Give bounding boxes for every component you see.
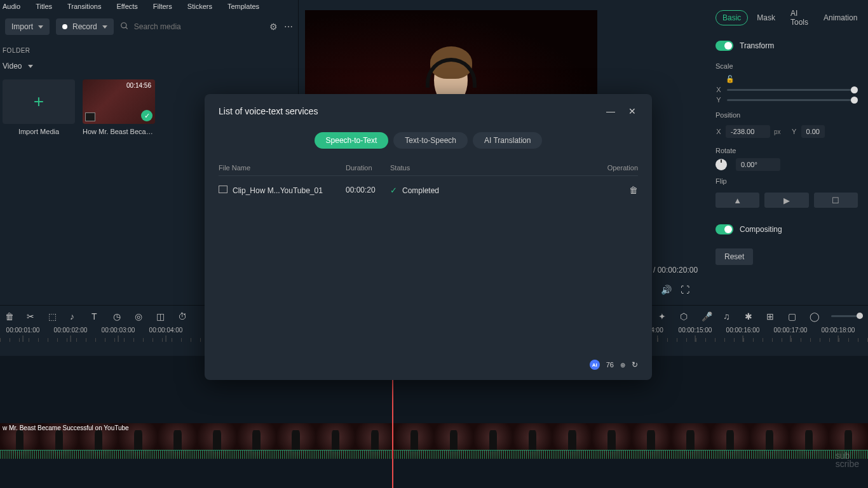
color-icon[interactable]: ◫ bbox=[156, 311, 166, 322]
rotate-input[interactable]: 0.00° bbox=[736, 158, 780, 171]
tab-ai-translation[interactable]: AI Translation bbox=[473, 132, 542, 149]
flip-label: Flip bbox=[705, 171, 868, 189]
tab-titles[interactable]: Titles bbox=[36, 3, 52, 10]
adjust-icon[interactable]: ✦ bbox=[658, 311, 668, 322]
tab-mask[interactable]: Mask bbox=[750, 11, 782, 25]
zoom-out-icon[interactable]: ◯ bbox=[810, 311, 820, 322]
compositing-label: Compositing bbox=[740, 225, 782, 234]
frame-icon[interactable]: ▢ bbox=[788, 311, 798, 322]
rotate-knob[interactable] bbox=[715, 159, 727, 170]
table-header: File Name Duration Status Operation bbox=[219, 160, 638, 176]
timer-icon[interactable]: ⏱ bbox=[178, 311, 188, 322]
minimize-button[interactable]: — bbox=[605, 105, 616, 117]
file-icon bbox=[219, 186, 227, 193]
delete-button[interactable]: 🗑 bbox=[629, 185, 638, 195]
delete-icon[interactable]: 🗑 bbox=[5, 311, 15, 322]
modal-title: List of voice-text services bbox=[219, 106, 595, 116]
svg-line-1 bbox=[125, 27, 127, 29]
credits-count: 76 bbox=[606, 361, 614, 369]
zoom-slider[interactable] bbox=[831, 315, 863, 317]
preview-total-time: / 00:00:20:00 bbox=[653, 266, 698, 274]
tab-templates[interactable]: Templates bbox=[227, 3, 259, 10]
music-icon[interactable]: ♫ bbox=[723, 311, 733, 322]
crop-icon[interactable]: ⬚ bbox=[48, 311, 58, 322]
search-icon bbox=[120, 22, 129, 32]
flip-vertical-button[interactable]: ▶ bbox=[764, 193, 808, 208]
table-row: Clip_How M...YouTube_01 00:00:20 ✓Comple… bbox=[219, 176, 638, 204]
tab-speech-to-text[interactable]: Speech-to-Text bbox=[315, 132, 389, 149]
scale-y-slider[interactable] bbox=[727, 99, 858, 101]
cut-icon[interactable]: ✂ bbox=[27, 311, 37, 322]
rotate-label: Rotate bbox=[705, 140, 868, 158]
check-icon: ✓ bbox=[141, 110, 153, 121]
record-button[interactable]: Record bbox=[56, 18, 114, 35]
audio-icon[interactable]: ♪ bbox=[70, 311, 80, 322]
filter-icon[interactable]: ⚙ bbox=[269, 22, 278, 32]
tab-filters[interactable]: Filters bbox=[153, 3, 172, 10]
media-filter[interactable]: Video bbox=[0, 58, 298, 74]
flip-reset-button[interactable]: ☐ bbox=[814, 193, 858, 208]
position-x-input[interactable]: -238.00 bbox=[726, 125, 770, 138]
duration-badge: 00:14:56 bbox=[126, 82, 151, 89]
category-tabs: Audio Titles Transitions Effects Filters… bbox=[0, 0, 298, 13]
media-clip[interactable]: 00:14:56 ✓ How Mr. Beast Becam... bbox=[83, 79, 155, 135]
position-label: Position bbox=[705, 105, 868, 123]
plus-icon: + bbox=[34, 92, 44, 112]
volume-icon[interactable]: 🔊 bbox=[661, 285, 672, 295]
svg-point-0 bbox=[121, 22, 126, 27]
fullscreen-icon[interactable]: ⛶ bbox=[681, 285, 689, 295]
more-icon[interactable]: ⋯ bbox=[284, 22, 293, 32]
import-media-card[interactable]: + Import Media bbox=[3, 79, 75, 135]
position-y-input[interactable]: 0.00 bbox=[801, 125, 825, 138]
tab-basic[interactable]: Basic bbox=[715, 10, 748, 25]
refresh-icon[interactable]: ↻ bbox=[632, 360, 638, 369]
close-button[interactable]: ✕ bbox=[627, 105, 638, 117]
watermark: subscribe bbox=[836, 452, 859, 469]
tab-ai-tools[interactable]: AI Tools bbox=[784, 6, 815, 29]
video-clip[interactable]: w Mr. Beast Became Successful on YouTube bbox=[0, 423, 868, 459]
chevron-down-icon bbox=[102, 25, 107, 29]
waveform bbox=[0, 450, 868, 459]
film-icon bbox=[85, 112, 95, 121]
check-icon: ✓ bbox=[390, 186, 397, 195]
snap-icon[interactable]: ⊞ bbox=[766, 311, 776, 322]
mask-icon[interactable]: ◎ bbox=[135, 311, 145, 322]
record-icon bbox=[62, 24, 67, 29]
import-button[interactable]: Import bbox=[5, 18, 50, 35]
shield-icon[interactable]: ⬡ bbox=[680, 311, 690, 322]
properties-panel: Basic Mask AI Tools Animation Transform … bbox=[705, 0, 868, 305]
transform-label: Transform bbox=[740, 41, 774, 50]
flip-horizontal-button[interactable]: ▲ bbox=[715, 193, 759, 208]
ai-icon[interactable]: ✱ bbox=[745, 311, 755, 322]
search-input[interactable] bbox=[134, 22, 223, 31]
mic-icon[interactable]: 🎤 bbox=[702, 311, 712, 322]
transform-toggle[interactable] bbox=[715, 41, 733, 51]
chevron-down-icon bbox=[38, 25, 43, 29]
tab-effects[interactable]: Effects bbox=[116, 3, 137, 10]
speed-icon[interactable]: ◷ bbox=[113, 311, 123, 322]
tab-animation[interactable]: Animation bbox=[817, 11, 864, 25]
lock-icon[interactable]: 🔓 bbox=[715, 75, 735, 83]
tab-audio[interactable]: Audio bbox=[3, 3, 20, 10]
ai-badge-icon: AI bbox=[590, 360, 600, 370]
compositing-toggle[interactable] bbox=[715, 224, 733, 234]
tab-text-to-speech[interactable]: Text-to-Speech bbox=[393, 132, 468, 149]
folder-heading: FOLDER bbox=[0, 41, 298, 58]
scale-x-slider[interactable] bbox=[727, 89, 858, 91]
text-icon[interactable]: T bbox=[92, 311, 102, 322]
tab-stickers[interactable]: Stickers bbox=[187, 3, 212, 10]
scale-label: Scale bbox=[705, 56, 868, 74]
voice-text-modal: List of voice-text services — ✕ Speech-t… bbox=[205, 94, 652, 380]
credits-add-icon[interactable]: ⊕ bbox=[620, 362, 625, 369]
reset-button[interactable]: Reset bbox=[715, 248, 753, 265]
chevron-down-icon bbox=[28, 65, 33, 68]
tab-transitions[interactable]: Transitions bbox=[67, 3, 101, 10]
